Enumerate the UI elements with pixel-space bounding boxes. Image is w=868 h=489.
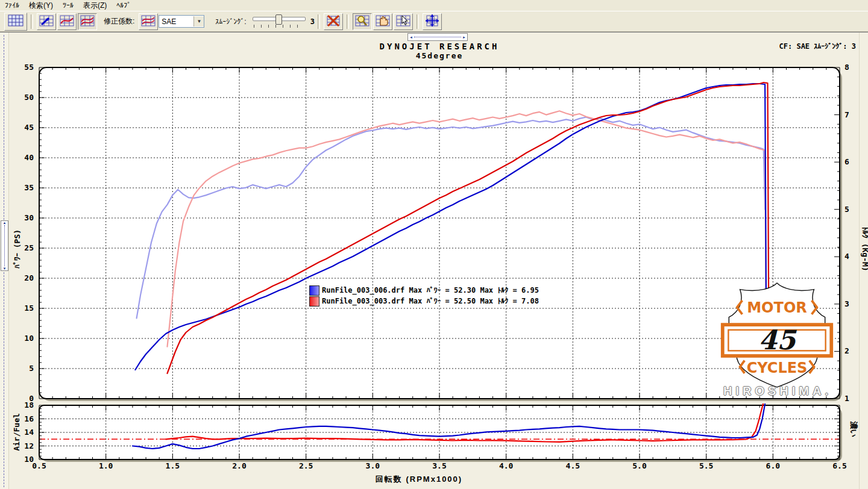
menu-search[interactable]: 検索(Y)	[24, 0, 58, 11]
rich-axis-label: 濃い	[848, 417, 859, 441]
slider-ruler	[254, 25, 304, 28]
tick-label: 5	[11, 364, 34, 373]
correction-graph-button[interactable]	[139, 13, 158, 30]
pan-right-icon[interactable]: ►	[462, 36, 466, 39]
tick-label: 50	[11, 93, 34, 102]
toolbar-separator	[31, 14, 33, 29]
correction-factor-select[interactable]: SAE ▼	[159, 15, 204, 28]
select-button[interactable]	[394, 13, 413, 30]
pan-button[interactable]	[373, 13, 392, 30]
axis-scale-button[interactable]	[423, 13, 442, 30]
menu-view[interactable]: 表示(Z)	[78, 0, 112, 11]
logo-motor-text: MOTOR	[747, 299, 807, 316]
cf-smoothing-info: CF: SAE ｽﾑｰｼﾞﾝｸﾞ: 3	[779, 42, 856, 51]
tick-label: 45	[11, 123, 34, 132]
pan-hand-icon	[376, 14, 390, 29]
horizontal-pan-control[interactable]: ◄►	[407, 33, 468, 41]
menu-help[interactable]: ﾍﾙﾌﾟ	[112, 1, 136, 10]
airfuel-axis-label: Air/Fuel	[12, 411, 21, 453]
pan-down-icon[interactable]: ▼	[3, 267, 7, 270]
tick-label: 4	[844, 252, 863, 261]
torque-axis-label: ﾄﾙｸ (Kg-M)	[861, 219, 868, 279]
panel-edge	[859, 33, 860, 489]
airfuel-chart[interactable]	[39, 405, 844, 464]
smoothing-label: ｽﾑｰｼﾞﾝｸﾞ:	[215, 17, 246, 26]
toolbar: 修正係数: SAE ▼ ｽﾑｰｼﾞﾝｸﾞ: 3	[0, 11, 868, 32]
menu-tools[interactable]: ﾂｰﾙ	[58, 1, 78, 10]
tick-label: 55	[11, 63, 34, 72]
tick-label: 35	[11, 183, 34, 192]
tick-label: 18	[11, 400, 34, 410]
logo-city-text: HIROSHIMA.	[711, 384, 844, 398]
clear-graph-button[interactable]	[324, 13, 343, 30]
tick-label: 40	[11, 153, 34, 162]
legend-entry-blue: RunFile_003_006.drf Max ﾊﾟﾜｰ = 52.30 Max…	[309, 285, 539, 296]
power-axis-label: ﾊﾟﾜｰ (PS)	[13, 219, 22, 279]
clear-graph-icon	[326, 14, 341, 29]
table-view-button[interactable]	[4, 13, 27, 31]
graph-multi-icon	[80, 14, 95, 29]
shop-logo: MOTOR CYCLES 45	[719, 281, 835, 388]
toolbar-separator	[347, 14, 349, 29]
legend-text-red: RunFile_003_003.drf Max ﾊﾟﾜｰ = 52.50 Max…	[322, 297, 539, 305]
chart-subtitle: 45degree	[0, 51, 868, 60]
axis-scale-icon	[425, 14, 439, 29]
zoom-button[interactable]	[353, 13, 372, 30]
smoothing-value: 3	[310, 17, 315, 26]
chart-panel: ▲▼ ◄► DYNOJET RESEARCH 45degree CF: SAE …	[0, 32, 868, 489]
correction-factor-value: SAE	[159, 17, 193, 26]
legend: RunFile_003_006.drf Max ﾊﾟﾜｰ = 52.30 Max…	[309, 285, 539, 307]
tick-label: 8	[844, 63, 863, 72]
correction-graph-icon	[141, 14, 156, 29]
slider-thumb[interactable]	[275, 14, 282, 25]
tick-label: 0	[11, 394, 34, 403]
smoothing-slider[interactable]	[253, 14, 306, 29]
rpm-axis-label: 回転数 (RPMx1000)	[0, 474, 838, 485]
application-window: ﾌｧｲﾙ 検索(Y) ﾂｰﾙ 表示(Z) ﾍﾙﾌﾟ 修正係数: SAE ▼ ｽﾑ…	[0, 0, 868, 489]
graph-runs-button[interactable]	[37, 13, 56, 30]
legend-swatch-blue	[309, 285, 319, 296]
dropdown-arrow-icon[interactable]: ▼	[193, 16, 204, 26]
tick-label: 2	[844, 346, 863, 355]
tick-label: 3	[844, 299, 863, 308]
table-icon	[8, 14, 24, 29]
tick-label: 6	[844, 157, 863, 166]
legend-swatch-red	[309, 296, 319, 307]
tick-label: 10	[11, 334, 34, 343]
zoom-icon	[355, 14, 370, 29]
legend-text-blue: RunFile_003_006.drf Max ﾊﾟﾜｰ = 52.30 Max…	[322, 286, 539, 294]
pan-left-icon[interactable]: ◄	[409, 36, 413, 39]
vertical-pan-control[interactable]: ▲▼	[1, 220, 8, 271]
correction-factor-label: 修正係数:	[104, 16, 134, 26]
menu-file[interactable]: ﾌｧｲﾙ	[0, 1, 24, 10]
chart-title: DYNOJET RESEARCH	[0, 42, 868, 51]
graph-single-button[interactable]	[57, 13, 77, 30]
menu-bar: ﾌｧｲﾙ 検索(Y) ﾂｰﾙ 表示(Z) ﾍﾙﾌﾟ	[0, 0, 868, 11]
tick-label: 5	[844, 205, 863, 214]
tick-label: 10	[11, 455, 34, 464]
graph-single-icon	[60, 14, 74, 29]
graph-runs-icon	[39, 14, 54, 29]
legend-entry-red: RunFile_003_003.drf Max ﾊﾟﾜｰ = 52.50 Max…	[309, 296, 539, 307]
select-arrow-icon	[396, 14, 410, 29]
graph-multi-button[interactable]	[78, 13, 97, 30]
tick-label: 15	[11, 304, 34, 313]
logo-45-text: 45	[758, 325, 797, 355]
tick-label: 1	[844, 394, 863, 403]
toolbar-separator	[318, 14, 320, 29]
tick-label: 7	[844, 110, 863, 119]
pan-up-icon[interactable]: ▲	[3, 221, 7, 225]
toolbar-separator	[417, 14, 419, 29]
logo-cycles-text: CYCLES	[747, 360, 808, 376]
